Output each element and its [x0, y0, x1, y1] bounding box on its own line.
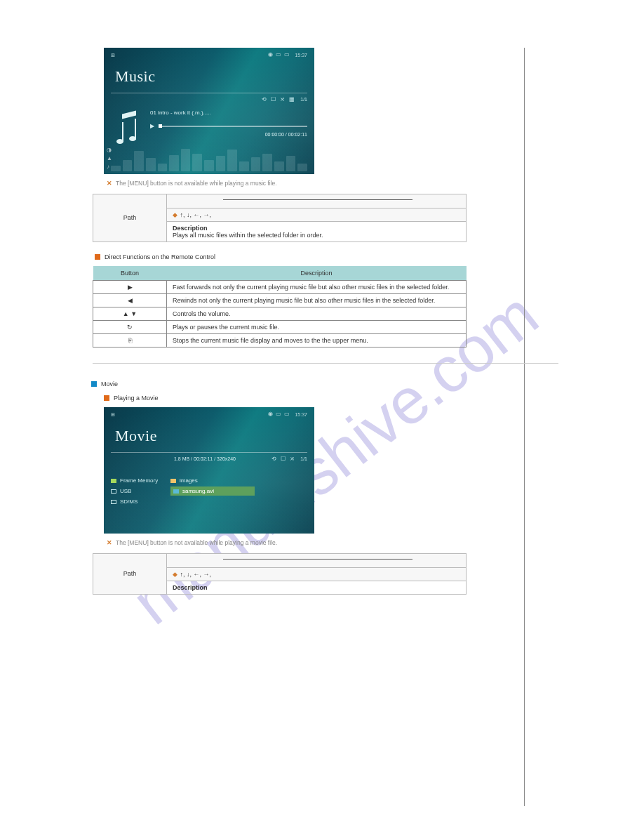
status-icons: ◉ ▭ ▭	[268, 52, 290, 58]
equalizer-graphic	[111, 146, 307, 171]
play-movie-subheading: Playing a Movie	[104, 395, 560, 402]
music-counter: 1/1	[300, 97, 307, 102]
video-file-icon	[173, 489, 179, 494]
toolbar-icons: ⟲ ☐ ⤨	[271, 456, 296, 462]
signal-icon: ⊞	[111, 53, 115, 58]
movie-status-bar: ⊞ ◉ ▭ ▭ 15:37	[104, 407, 314, 417]
source-sd: SD/MS	[120, 498, 137, 505]
path-value-row	[167, 194, 467, 208]
blue-square-icon	[91, 381, 97, 387]
play-indicator-icon: ▶	[150, 123, 154, 129]
remote-section-heading: Direct Functions on the Remote Control	[95, 253, 560, 260]
path-header: Path	[93, 554, 167, 595]
col-description: Description	[167, 266, 467, 281]
movie-heading: Movie	[91, 380, 560, 388]
btn-rewind: ◀	[93, 294, 167, 307]
btn-forward: ▶	[93, 281, 167, 294]
status-icons: ◉ ▭ ▭	[268, 411, 290, 417]
note-icon: ✕	[107, 180, 112, 187]
manual-page: ⊞ ◉ ▭ ▭ 15:37 Music ⟲ ☐ ⤨ ▦ 1/1 01 intro…	[0, 0, 644, 623]
playback-time: 00:00:00 / 00:02:11	[150, 132, 307, 137]
movie-path-table: Path ◆ ↑, ↓, ←, →, Description	[93, 553, 467, 595]
orange-square-icon	[95, 254, 100, 260]
btn-stop: ⎘	[93, 334, 167, 348]
music-screen-title: Music	[104, 58, 314, 86]
desc-volume: Controls the volume.	[167, 307, 467, 321]
movie-counter: 1/1	[300, 456, 307, 461]
file-list: images samsung.avi	[170, 477, 306, 496]
movie-info-bar: 1.8 MB / 00:02:11 / 320x240 ⟲ ☐ ⤨ 1/1	[111, 452, 307, 463]
signal-icon: ⊞	[111, 412, 115, 417]
movie-browser-screenshot: ⊞ ◉ ▭ ▭ 15:37 Movie 1.8 MB / 00:02:11 / …	[104, 407, 314, 534]
path-description: Description Plays all music files within…	[167, 222, 467, 242]
frame-memory-icon	[111, 479, 116, 483]
desc-playpause: Plays or pauses the current music file.	[167, 321, 467, 334]
movie-note-text: The [MENU] button is not available while…	[116, 539, 277, 546]
track-title: 01 intro - work it (.m.).....	[150, 110, 307, 116]
file-name: samsung.avi	[182, 488, 214, 494]
usb-icon	[111, 489, 116, 494]
music-toolbar: ⟲ ☐ ⤨ ▦ 1/1	[111, 93, 307, 104]
music-path-table: Path ◆ ↑, ↓, ←, →, Description Plays all…	[93, 194, 467, 242]
folder-icon	[170, 479, 176, 483]
music-player-screenshot: ⊞ ◉ ▭ ▭ 15:37 Music ⟲ ☐ ⤨ ▦ 1/1 01 intro…	[104, 48, 314, 174]
status-clock: 15:37	[295, 412, 307, 417]
path-arrows: ◆ ↑, ↓, ←, →,	[167, 568, 467, 581]
music-status-bar: ⊞ ◉ ▭ ▭ 15:37	[104, 48, 314, 58]
file-info: 1.8 MB / 00:02:11 / 320x240	[174, 456, 236, 461]
btn-playpause: ↻	[93, 321, 167, 334]
btn-volume: ▲ ▼	[93, 307, 167, 321]
path-value-row	[167, 554, 467, 568]
desc-stop: Stops the current music file display and…	[167, 334, 467, 348]
path-header: Path	[93, 194, 167, 242]
path-description: Description	[167, 581, 467, 595]
selected-file-row: samsung.avi	[170, 486, 255, 496]
desc-forward: Fast forwards not only the current playi…	[167, 281, 467, 294]
folder-name: images	[180, 477, 198, 484]
source-frame-memory: Frame Memory	[120, 477, 158, 484]
music-note-text: The [MENU] button is not available while…	[116, 180, 277, 187]
desc-rewind: Rewinds not only the current playing mus…	[167, 294, 467, 307]
col-button: Button	[93, 266, 167, 281]
music-note-icon	[116, 112, 143, 144]
path-arrows: ◆ ↑, ↓, ←, →,	[167, 208, 467, 222]
toolbar-icons: ⟲ ☐ ⤨ ▦	[262, 96, 297, 102]
sd-icon	[111, 500, 116, 504]
side-nav-icons: ◑▲♪	[107, 147, 112, 170]
source-usb: USB	[120, 488, 131, 494]
orange-square-icon	[104, 395, 109, 401]
source-list: Frame Memory USB SD/MS	[111, 477, 158, 509]
status-clock: 15:37	[295, 53, 307, 58]
progress-bar	[159, 126, 307, 127]
remote-functions-table: Button Description ▶Fast forwards not on…	[93, 266, 467, 348]
note-icon: ✕	[107, 539, 112, 546]
section-divider	[93, 363, 558, 364]
movie-screen-title: Movie	[104, 417, 314, 445]
